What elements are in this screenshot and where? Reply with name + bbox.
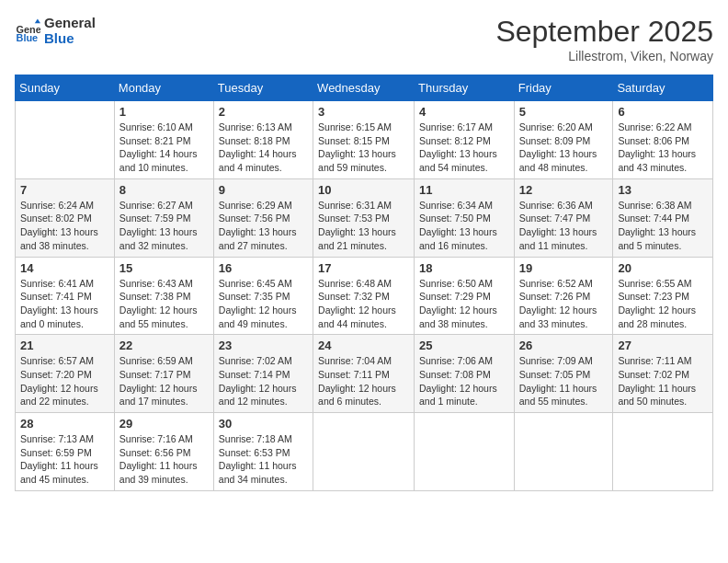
day-info: Sunrise: 6:57 AMSunset: 7:20 PMDaylight:…	[20, 354, 109, 408]
col-header-wednesday: Wednesday	[313, 75, 415, 101]
day-cell: 26Sunrise: 7:09 AMSunset: 7:05 PMDayligh…	[514, 335, 613, 413]
week-row-4: 21Sunrise: 6:57 AMSunset: 7:20 PMDayligh…	[16, 335, 713, 413]
day-cell: 1Sunrise: 6:10 AMSunset: 8:21 PMDaylight…	[114, 101, 213, 179]
svg-marker-2	[35, 19, 40, 24]
day-info: Sunrise: 7:13 AMSunset: 6:59 PMDaylight:…	[20, 432, 109, 487]
day-info: Sunrise: 6:10 AMSunset: 8:21 PMDaylight:…	[119, 121, 209, 175]
day-number: 16	[219, 261, 308, 275]
day-number: 2	[219, 105, 308, 119]
day-info: Sunrise: 6:15 AMSunset: 8:15 PMDaylight:…	[318, 121, 409, 175]
day-info: Sunrise: 6:22 AMSunset: 8:06 PMDaylight:…	[618, 121, 708, 175]
day-number: 23	[219, 339, 308, 352]
col-header-tuesday: Tuesday	[213, 75, 313, 101]
logo: General Blue General Blue	[15, 15, 96, 46]
day-number: 6	[618, 105, 708, 119]
day-info: Sunrise: 6:48 AMSunset: 7:32 PMDaylight:…	[318, 277, 409, 331]
day-number: 7	[20, 183, 109, 197]
day-number: 9	[219, 183, 308, 197]
col-header-monday: Monday	[114, 75, 213, 101]
day-cell: 16Sunrise: 6:45 AMSunset: 7:35 PMDayligh…	[213, 257, 313, 335]
day-cell: 21Sunrise: 6:57 AMSunset: 7:20 PMDayligh…	[16, 335, 115, 413]
day-info: Sunrise: 7:06 AMSunset: 7:08 PMDaylight:…	[419, 354, 509, 408]
day-info: Sunrise: 6:24 AMSunset: 8:02 PMDaylight:…	[20, 199, 109, 253]
svg-text:Blue: Blue	[17, 32, 39, 43]
day-cell: 9Sunrise: 6:29 AMSunset: 7:56 PMDaylight…	[213, 178, 313, 257]
logo-blue: Blue	[44, 30, 96, 46]
day-cell	[313, 413, 415, 491]
day-cell	[613, 413, 713, 491]
day-cell: 24Sunrise: 7:04 AMSunset: 7:11 PMDayligh…	[313, 335, 415, 413]
week-row-1: 1Sunrise: 6:10 AMSunset: 8:21 PMDaylight…	[16, 101, 713, 179]
day-number: 28	[20, 417, 109, 431]
day-cell: 7Sunrise: 6:24 AMSunset: 8:02 PMDaylight…	[16, 178, 115, 257]
col-header-sunday: Sunday	[16, 75, 115, 101]
day-number: 15	[119, 261, 209, 275]
page-header: General Blue General Blue September 2025…	[15, 15, 713, 63]
day-number: 25	[419, 339, 509, 352]
day-cell: 29Sunrise: 7:16 AMSunset: 6:56 PMDayligh…	[114, 413, 213, 491]
day-number: 12	[519, 183, 609, 197]
day-info: Sunrise: 6:31 AMSunset: 7:53 PMDaylight:…	[318, 199, 409, 253]
day-cell	[514, 413, 613, 491]
day-cell: 3Sunrise: 6:15 AMSunset: 8:15 PMDaylight…	[313, 101, 415, 179]
day-number: 13	[618, 183, 708, 197]
day-cell: 11Sunrise: 6:34 AMSunset: 7:50 PMDayligh…	[415, 178, 515, 257]
day-number: 11	[419, 183, 509, 197]
day-number: 21	[20, 339, 109, 352]
day-info: Sunrise: 6:52 AMSunset: 7:26 PMDaylight:…	[519, 277, 609, 331]
header-row: SundayMondayTuesdayWednesdayThursdayFrid…	[16, 75, 713, 101]
day-info: Sunrise: 6:41 AMSunset: 7:41 PMDaylight:…	[20, 277, 109, 331]
day-number: 14	[20, 261, 109, 275]
day-cell: 14Sunrise: 6:41 AMSunset: 7:41 PMDayligh…	[16, 257, 115, 335]
day-info: Sunrise: 7:09 AMSunset: 7:05 PMDaylight:…	[519, 354, 609, 408]
day-info: Sunrise: 7:18 AMSunset: 6:53 PMDaylight:…	[219, 432, 308, 487]
logo-general: General	[44, 15, 96, 30]
col-header-saturday: Saturday	[613, 75, 713, 101]
day-number: 17	[318, 261, 409, 275]
day-info: Sunrise: 7:02 AMSunset: 7:14 PMDaylight:…	[219, 354, 308, 408]
day-number: 1	[119, 105, 209, 119]
day-cell: 2Sunrise: 6:13 AMSunset: 8:18 PMDaylight…	[213, 101, 313, 179]
day-cell: 19Sunrise: 6:52 AMSunset: 7:26 PMDayligh…	[514, 257, 613, 335]
month-title: September 2025	[495, 15, 713, 49]
day-cell: 27Sunrise: 7:11 AMSunset: 7:02 PMDayligh…	[613, 335, 713, 413]
day-info: Sunrise: 7:04 AMSunset: 7:11 PMDaylight:…	[318, 354, 409, 408]
day-info: Sunrise: 7:16 AMSunset: 6:56 PMDaylight:…	[119, 432, 209, 487]
day-number: 30	[219, 417, 308, 431]
day-number: 10	[318, 183, 409, 197]
day-info: Sunrise: 6:34 AMSunset: 7:50 PMDaylight:…	[419, 199, 509, 253]
day-number: 18	[419, 261, 509, 275]
day-number: 29	[119, 417, 209, 431]
day-info: Sunrise: 6:29 AMSunset: 7:56 PMDaylight:…	[219, 199, 308, 253]
col-header-friday: Friday	[514, 75, 613, 101]
week-row-2: 7Sunrise: 6:24 AMSunset: 8:02 PMDaylight…	[16, 178, 713, 257]
day-cell: 17Sunrise: 6:48 AMSunset: 7:32 PMDayligh…	[313, 257, 415, 335]
logo-icon: General Blue	[15, 17, 40, 43]
day-cell: 10Sunrise: 6:31 AMSunset: 7:53 PMDayligh…	[313, 178, 415, 257]
day-number: 22	[119, 339, 209, 352]
day-info: Sunrise: 6:36 AMSunset: 7:47 PMDaylight:…	[519, 199, 609, 253]
day-info: Sunrise: 6:27 AMSunset: 7:59 PMDaylight:…	[119, 199, 209, 253]
day-number: 26	[519, 339, 609, 352]
day-cell: 20Sunrise: 6:55 AMSunset: 7:23 PMDayligh…	[613, 257, 713, 335]
day-info: Sunrise: 6:13 AMSunset: 8:18 PMDaylight:…	[219, 121, 308, 175]
day-cell: 30Sunrise: 7:18 AMSunset: 6:53 PMDayligh…	[213, 413, 313, 491]
day-cell: 23Sunrise: 7:02 AMSunset: 7:14 PMDayligh…	[213, 335, 313, 413]
day-info: Sunrise: 6:20 AMSunset: 8:09 PMDaylight:…	[519, 121, 609, 175]
calendar-table: SundayMondayTuesdayWednesdayThursdayFrid…	[15, 75, 713, 491]
location-subtitle: Lillestrom, Viken, Norway	[495, 49, 713, 63]
day-info: Sunrise: 6:43 AMSunset: 7:38 PMDaylight:…	[119, 277, 209, 331]
day-info: Sunrise: 6:17 AMSunset: 8:12 PMDaylight:…	[419, 121, 509, 175]
day-cell: 25Sunrise: 7:06 AMSunset: 7:08 PMDayligh…	[415, 335, 515, 413]
day-number: 4	[419, 105, 509, 119]
day-info: Sunrise: 6:55 AMSunset: 7:23 PMDaylight:…	[618, 277, 708, 331]
day-number: 5	[519, 105, 609, 119]
day-info: Sunrise: 6:38 AMSunset: 7:44 PMDaylight:…	[618, 199, 708, 253]
week-row-5: 28Sunrise: 7:13 AMSunset: 6:59 PMDayligh…	[16, 413, 713, 491]
day-number: 24	[318, 339, 409, 352]
day-number: 8	[119, 183, 209, 197]
day-cell: 13Sunrise: 6:38 AMSunset: 7:44 PMDayligh…	[613, 178, 713, 257]
day-cell: 4Sunrise: 6:17 AMSunset: 8:12 PMDaylight…	[415, 101, 515, 179]
day-cell: 28Sunrise: 7:13 AMSunset: 6:59 PMDayligh…	[16, 413, 115, 491]
day-info: Sunrise: 6:50 AMSunset: 7:29 PMDaylight:…	[419, 277, 509, 331]
